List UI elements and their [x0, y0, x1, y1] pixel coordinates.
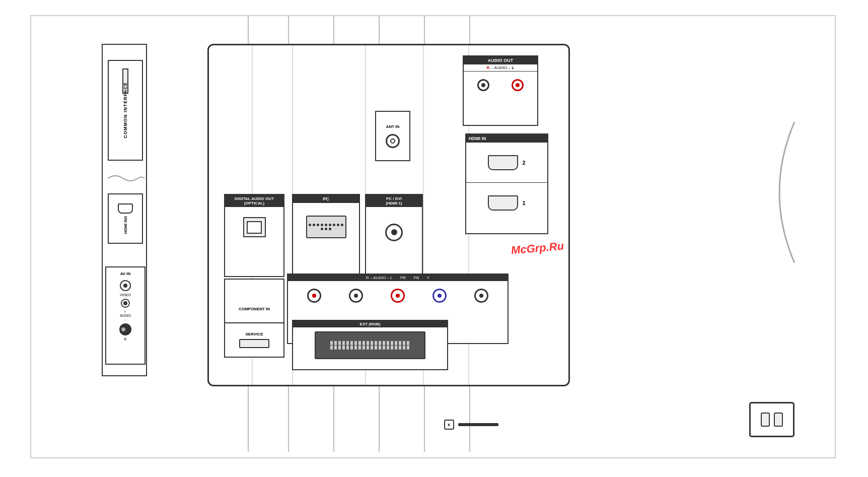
ant-in-label: ANT IN: [386, 124, 400, 129]
component-pr-port: [391, 289, 405, 303]
tv-right-curve: [774, 117, 805, 268]
hdmi-in-box: HDMI IN 2 1: [465, 133, 548, 234]
hdmi-port-1-label: 1: [522, 200, 525, 206]
kensington-bar: [458, 423, 498, 426]
guide-line-bottom-3: [333, 386, 334, 452]
guide-line-bottom-6: [469, 386, 470, 452]
hdmi1-port: [385, 224, 403, 241]
hdmi-in3-port: [118, 203, 133, 214]
hdmi-in3-label: HDMI IN3: [123, 216, 128, 234]
guide-line-6: [469, 16, 470, 44]
audio-out-l-port: [512, 79, 524, 91]
pc-dvi-title: PC / DVI (HDMI 1): [366, 195, 422, 207]
power-connector: [749, 402, 794, 437]
audio-out-dash-label: – AUDIO –: [491, 65, 510, 70]
component-audio-label: R – AUDIO – L PR PB Y: [288, 275, 508, 281]
audio-out-box: AUDIO OUT R – AUDIO – L: [463, 55, 538, 126]
component-pb-port: [432, 289, 447, 303]
audio-dash: –: [124, 318, 126, 321]
power-holes: [761, 413, 783, 427]
component-in-label: COMPONENT IN: [239, 307, 270, 311]
wave-decoration: [105, 171, 146, 186]
service-box: SERVICE: [224, 322, 284, 358]
main-container: COMMON INTERFACE HDMI IN3 AV IN VIDEO L …: [30, 15, 836, 458]
guide-line-4: [379, 16, 380, 44]
audio-out-l-label: L: [512, 65, 515, 70]
audio-label: AUDIO: [120, 314, 131, 317]
audio-ports-row: [464, 72, 537, 99]
power-hole-right: [774, 413, 783, 427]
guide-line-bottom-1: [248, 386, 249, 452]
component-l-port: [349, 289, 363, 303]
component-y-port: [474, 289, 488, 303]
audio-r-label: R: [124, 337, 126, 341]
audio-out-r-port: [477, 79, 489, 91]
ant-in-port: [386, 134, 400, 148]
guide-line-bottom-5: [424, 386, 425, 452]
audio-r-port: [119, 323, 131, 335]
hdmi-port-2: [488, 155, 518, 170]
pc-dvi-box: PC / DVI (HDMI 1): [365, 194, 423, 277]
hdmi-in3-box: HDMI IN3: [108, 193, 143, 244]
vga-port: [306, 216, 346, 238]
video-label: VIDEO: [120, 293, 131, 297]
pc-title: PC: [293, 195, 359, 203]
vga-holes: [309, 224, 344, 230]
scart-port: [315, 331, 425, 359]
scart-pins: [329, 340, 411, 351]
ant-in-box: ANT IN: [375, 111, 410, 161]
service-label: SERVICE: [246, 332, 263, 336]
guide-line-bottom-2: [288, 386, 289, 452]
optical-inner: [247, 221, 262, 234]
power-hole-left: [761, 413, 770, 427]
component-ports-row: [288, 281, 508, 310]
video-rca-port: [120, 280, 131, 291]
hdmi-port-1: [488, 195, 518, 211]
ext-rgb-title: EXT (RGB): [293, 321, 447, 327]
hdmi-in-title: HDMI IN: [466, 134, 547, 143]
left-panel: COMMON INTERFACE HDMI IN3 AV IN VIDEO L …: [102, 44, 147, 376]
audio-l-label: L: [124, 310, 126, 313]
kensington-area: K: [444, 420, 498, 430]
audio-out-r-label: R: [487, 65, 490, 70]
back-panel: AUDIO OUT R – AUDIO – L ANT IN: [207, 44, 570, 386]
guide-line-2: [288, 16, 289, 44]
hdmi-port-2-row: 2: [466, 143, 547, 183]
common-interface-label: COMMON INTERFACE: [123, 82, 128, 139]
av-in-title: AV IN: [120, 271, 131, 276]
guide-line-5: [424, 16, 425, 44]
hdmi-port-2-label: 2: [522, 160, 525, 166]
hdmi-port-1-row: 1: [466, 183, 547, 223]
digital-audio-title: DIGITAL AUDIO OUT (OPTICAL): [225, 195, 283, 207]
kensington-lock-icon: K: [444, 420, 454, 430]
audio-l-port: [121, 299, 130, 308]
watermark: McGrp.Ru: [511, 239, 564, 257]
common-interface-box: COMMON INTERFACE: [108, 60, 143, 161]
service-port: [239, 339, 269, 348]
guide-line-1: [248, 16, 249, 44]
pc-box: PC: [292, 194, 360, 277]
ext-rgb-box: EXT (RGB): [292, 320, 448, 370]
av-in-box: AV IN VIDEO L AUDIO – R: [105, 266, 146, 365]
digital-audio-box: DIGITAL AUDIO OUT (OPTICAL): [224, 194, 284, 277]
optical-port: [243, 217, 266, 237]
guide-line-3: [333, 16, 334, 44]
guide-line-bottom-4: [379, 386, 380, 452]
component-r-port: [307, 289, 321, 303]
audio-out-title: AUDIO OUT: [464, 56, 537, 64]
